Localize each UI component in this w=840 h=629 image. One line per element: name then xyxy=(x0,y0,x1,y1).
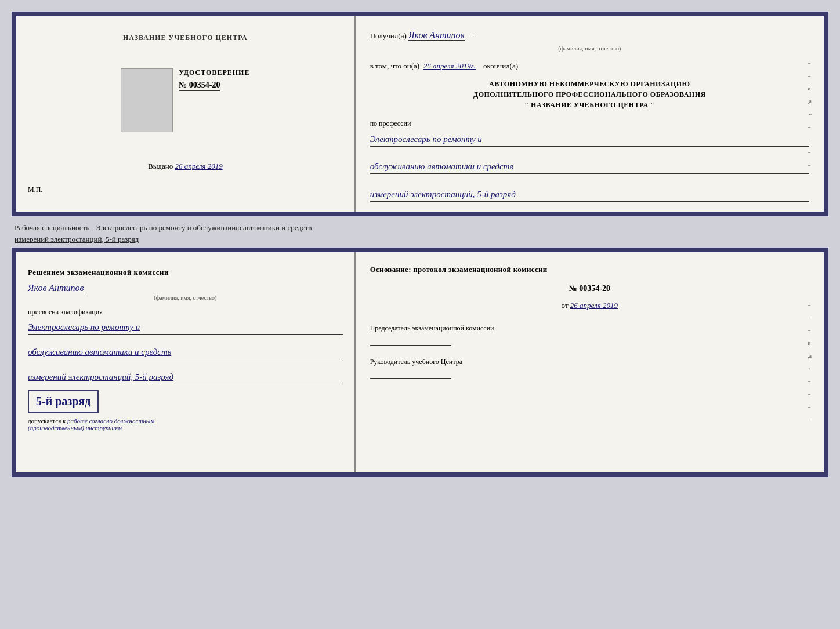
org-line1: АВТОНОМНУЮ НЕКОММЕРЧЕСКУЮ ОРГАНИЗАЦИЮ xyxy=(370,79,809,89)
chairman-signature-block: Председатель экзаменационной комиссии xyxy=(370,323,809,346)
completed-label: окончил(а) xyxy=(483,61,518,70)
separator-line1: Рабочая специальность - Электрослесарь п… xyxy=(15,223,312,232)
date-prefix: от xyxy=(562,301,569,310)
that-label: в том, что он(а) xyxy=(370,61,420,70)
received-label: Получил(а) xyxy=(370,31,407,40)
director-signature-block: Руководитель учебного Центра xyxy=(370,357,809,379)
top-cert-left: НАЗВАНИЕ УЧЕБНОГО ЦЕНТРА УДОСТОВЕРЕНИЕ №… xyxy=(16,16,356,212)
received-line: Получил(а) Яков Антипов – (фамилия, имя,… xyxy=(370,28,809,53)
issued-date: 26 апреля 2019 xyxy=(175,162,222,170)
protocol-number: 00354-20 xyxy=(579,284,610,293)
bottom-person-name: Яков Антипов xyxy=(28,283,84,293)
admission-work-text: работе согласно должностным xyxy=(67,417,154,424)
completion-date: 26 апреля 2019г. xyxy=(423,61,476,70)
top-cert-right: Получил(а) Яков Антипов – (фамилия, имя,… xyxy=(356,16,824,212)
qual-assigned-label: присвоена квалификация xyxy=(28,308,343,317)
cert-number-prefix: № xyxy=(179,81,187,89)
protocol-number-row: № 00354-20 xyxy=(370,282,809,295)
bottom-person-name-row: Яков Антипов (фамилия, имя, отчество) xyxy=(28,283,343,301)
org-text: АВТОНОМНУЮ НЕКОММЕРЧЕСКУЮ ОРГАНИЗАЦИЮ ДО… xyxy=(370,79,809,110)
cert-title-header: НАЗВАНИЕ УЧЕБНОГО ЦЕНТРА xyxy=(123,34,248,42)
admission-text: допускается к работе согласно должностны… xyxy=(28,417,343,431)
bottom-name-subtitle: (фамилия, имя, отчество) xyxy=(28,294,343,301)
bottom-qual-line2: обслуживанию автоматики и средств xyxy=(28,345,343,359)
top-certificate: НАЗВАНИЕ УЧЕБНОГО ЦЕНТРА УДОСТОВЕРЕНИЕ №… xyxy=(12,12,828,216)
profession-line2: обслуживанию автоматики и средств xyxy=(370,159,809,174)
profession-line3: измерений электростанций, 5-й разряд xyxy=(370,187,809,202)
bottom-certificate: Решением экзаменационной комиссии Яков А… xyxy=(12,248,828,477)
completion-line: в том, что он(а) 26 апреля 2019г. окончи… xyxy=(370,60,809,72)
bottom-qual-line3: измерений электростанций, 5-й разряд xyxy=(28,370,343,384)
protocol-date: 26 апреля 2019 xyxy=(570,301,618,310)
recipient-name: Яков Антипов xyxy=(408,30,465,41)
admission-instruction-text: (производственным) инструкциям xyxy=(28,424,122,431)
bottom-right-side-marks: – – – и ,а ← – – – – xyxy=(808,252,819,472)
basis-label: Основание: протокол экзаменационной коми… xyxy=(370,264,809,275)
bottom-cert-right: Основание: протокол экзаменационной коми… xyxy=(356,252,824,472)
page-wrapper: НАЗВАНИЕ УЧЕБНОГО ЦЕНТРА УДОСТОВЕРЕНИЕ №… xyxy=(12,12,828,477)
issued-label: Выдано xyxy=(148,162,173,170)
chair-signature-line xyxy=(370,345,451,346)
profession-line1: Электрослесарь по ремонту и xyxy=(370,132,809,147)
protocol-date-row: от 26 апреля 2019 xyxy=(370,300,809,312)
chair-role: Председатель экзаменационной комиссии xyxy=(370,323,809,333)
cert-issued-block: Выдано 26 апреля 2019 xyxy=(148,162,223,171)
bottom-cert-left: Решением экзаменационной комиссии Яков А… xyxy=(16,252,356,472)
org-line3: " НАЗВАНИЕ УЧЕБНОГО ЦЕНТРА " xyxy=(370,100,809,110)
separator-text: Рабочая специальность - Электрослесарь п… xyxy=(12,216,828,248)
admission-prefix: допускается к xyxy=(28,417,66,424)
director-role: Руководитель учебного Центра xyxy=(370,357,809,367)
cert-udostoverenie-label: УДОСТОВЕРЕНИЕ xyxy=(179,68,249,77)
cert-number-value: № 00354-20 xyxy=(179,81,220,91)
grade-box: 5-й разряд xyxy=(28,390,99,413)
decision-text: Решением экзаменационной комиссии xyxy=(28,267,343,278)
separator-line2: измерений электростанций, 5-й разряд xyxy=(15,235,139,243)
right-side-marks: – – и ,а ← – – – – xyxy=(808,16,819,212)
grade-text: 5-й разряд xyxy=(36,395,90,408)
name-subtitle-top: (фамилия, имя, отчество) xyxy=(370,44,809,53)
cert-photo xyxy=(121,68,173,132)
cert-photo-row: УДОСТОВЕРЕНИЕ № 00354-20 xyxy=(121,68,249,138)
mp-label: М.П. xyxy=(28,186,42,194)
cert-number: 00354-20 xyxy=(189,81,220,89)
director-signature-line xyxy=(370,378,451,379)
protocol-prefix: № xyxy=(569,284,577,293)
org-line2: ДОПОЛНИТЕЛЬНОГО ПРОФЕССИОНАЛЬНОГО ОБРАЗО… xyxy=(370,89,809,100)
profession-label: по профессии xyxy=(370,118,809,129)
bottom-qual-line1: Электрослесарь по ремонту и xyxy=(28,320,343,335)
cert-number-block: УДОСТОВЕРЕНИЕ № 00354-20 xyxy=(179,68,249,90)
